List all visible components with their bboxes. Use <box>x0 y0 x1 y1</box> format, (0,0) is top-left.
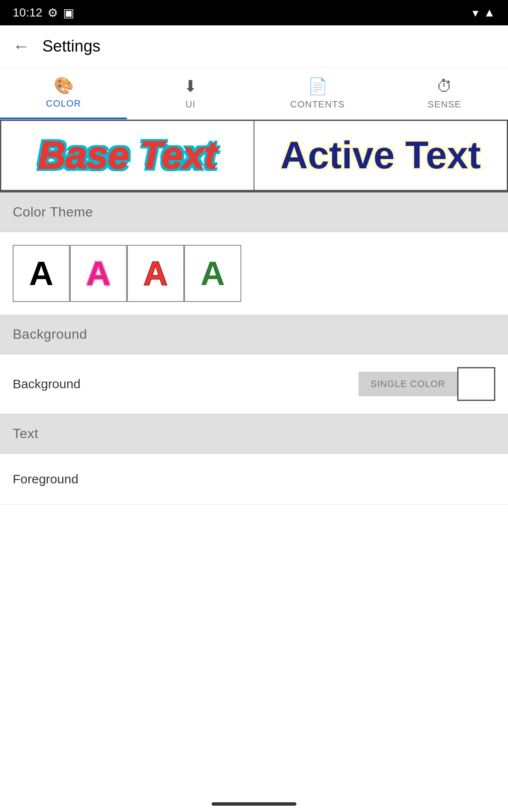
letter-a-pink: A <box>86 254 111 293</box>
tab-bar: 🎨 COLOR ⬇ UI 📄 CONTENTS ⏱ SENSE <box>0 68 508 120</box>
text-preview-section: Base Text Active Text <box>0 120 508 192</box>
color-theme-pink[interactable]: A <box>70 245 127 302</box>
status-left: 10:12 ⚙ ▣ <box>13 6 74 20</box>
tab-color[interactable]: 🎨 COLOR <box>0 68 127 119</box>
letter-a-black: A <box>29 254 54 293</box>
app-bar: ← Settings <box>0 25 508 68</box>
base-text-preview: Base Text <box>0 120 254 191</box>
settings-status-icon: ⚙ <box>47 6 58 20</box>
sim-status-icon: ▣ <box>63 6 74 20</box>
color-tab-label: COLOR <box>46 98 81 109</box>
foreground-row: Foreground <box>0 454 508 505</box>
tab-contents[interactable]: 📄 CONTENTS <box>254 68 381 119</box>
color-theme-red[interactable]: A <box>127 245 184 302</box>
status-right: ▾ ▲ <box>472 6 495 20</box>
color-theme-black[interactable]: A <box>13 245 70 302</box>
back-icon: ← <box>13 37 30 55</box>
background-row-label: Background <box>13 377 80 391</box>
single-color-button[interactable]: SINGLE COLOR <box>359 372 457 396</box>
background-controls: SINGLE COLOR <box>359 367 495 401</box>
signal-icon: ▲ <box>483 6 495 19</box>
status-bar: 10:12 ⚙ ▣ ▾ ▲ <box>0 0 508 25</box>
background-title: Background <box>13 326 87 342</box>
text-title: Text <box>13 426 39 441</box>
background-section-header: Background <box>0 315 508 354</box>
home-indicator <box>212 802 296 806</box>
sense-tab-icon: ⏱ <box>436 77 453 96</box>
page-title: Settings <box>42 37 100 55</box>
letter-a-green: A <box>201 254 225 293</box>
wifi-icon: ▾ <box>472 6 478 20</box>
color-theme-green[interactable]: A <box>184 245 241 302</box>
color-theme-title: Color Theme <box>13 204 93 219</box>
active-text-preview: Active Text <box>254 120 508 191</box>
color-tab-icon: 🎨 <box>54 76 74 95</box>
foreground-row-label: Foreground <box>13 472 78 486</box>
tab-sense[interactable]: ⏱ SENSE <box>381 68 508 119</box>
back-button[interactable]: ← <box>13 37 30 56</box>
sense-tab-label: SENSE <box>428 99 461 110</box>
status-time: 10:12 <box>13 6 42 19</box>
contents-tab-icon: 📄 <box>308 77 328 96</box>
ui-tab-icon: ⬇ <box>184 77 197 96</box>
ui-tab-label: UI <box>185 99 196 110</box>
color-theme-section-header: Color Theme <box>0 192 508 232</box>
tab-ui[interactable]: ⬇ UI <box>127 68 254 119</box>
active-text-label: Active Text <box>280 134 481 177</box>
color-theme-options: A A A A <box>0 232 508 315</box>
letter-a-red: A <box>144 254 168 293</box>
background-color-swatch[interactable] <box>457 367 495 401</box>
background-row: Background SINGLE COLOR <box>0 354 508 414</box>
contents-tab-label: CONTENTS <box>290 99 345 110</box>
base-text-label: Base Text <box>38 134 217 177</box>
text-section-header: Text <box>0 414 508 453</box>
